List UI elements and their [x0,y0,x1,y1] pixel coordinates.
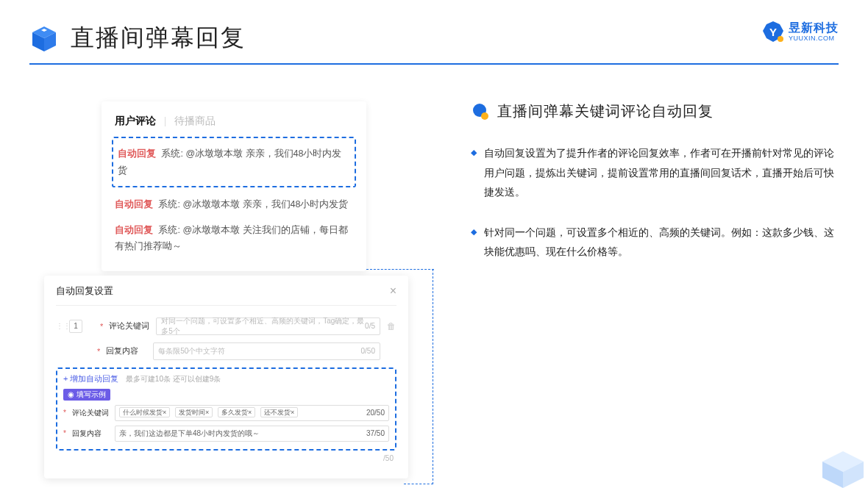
comments-panel: 用户评论 待播商品 自动回复 系统: @冰墩墩本墩 亲亲，我们48小时内发货 自… [102,101,366,271]
brand-name-cn: 昱新科技 [789,22,839,34]
section-head: 直播间弹幕关键词评论自动回复 [471,101,839,121]
svg-text:Y: Y [769,26,777,38]
ex-reply-text: 亲，我们这边都是下单48小时内发货的哦～ [119,428,260,439]
reply-label: 回复内容 [106,345,147,356]
required-icon: * [100,322,103,331]
auto-reply-badge: 自动回复 [118,148,156,159]
ex-reply-label: 回复内容 [72,428,109,439]
example-reply-row: * 回复内容 亲，我们这边都是下单48小时内发货的哦～ 37/50 [63,426,389,442]
reply-row: * 回复内容 每条限50个中文字符 0/50 [56,342,396,360]
trailing-count: /50 [56,451,396,462]
required-icon: * [97,347,100,356]
left-column: 用户评论 待播商品 自动回复 系统: @冰墩墩本墩 亲亲，我们48小时内发货 自… [44,101,419,478]
page-title: 直播间弹幕回复 [71,22,246,54]
svg-point-8 [481,112,488,120]
tab-divider [165,117,166,126]
add-auto-reply-link[interactable]: + 增加自动回复 [63,374,118,383]
example-pill: ◉ 填写示例 [63,389,110,401]
highlighted-comment: 自动回复 系统: @冰墩墩本墩 亲亲，我们48小时内发货 [112,137,356,187]
drag-handle-icon[interactable]: ⋮⋮ [56,322,63,330]
connector-line [404,484,433,484]
tab-pending-products[interactable]: 待播商品 [174,115,216,128]
auto-reply-badge: 自动回复 [115,199,153,209]
cube-icon [29,24,59,53]
keyword-label: 评论关键词 [109,320,150,331]
brand-logo: Y 昱新科技 YUUXIN.COM [762,21,839,43]
add-hint: 最多可建10条 还可以创建9条 [126,375,221,383]
ex-keyword-label: 评论关键词 [72,408,109,418]
auto-reply-badge: 自动回复 [115,225,153,235]
svg-point-6 [778,36,783,42]
section-title: 直播间弹幕关键词评论自动回复 [497,101,714,121]
brand-name-en: YUUXIN.COM [789,35,839,42]
page-header: 直播间弹幕回复 Y 昱新科技 YUUXIN.COM [0,0,868,63]
keyword-placeholder: 对同一个问题，可设置多个相近、高频的关键词，Tag确定，最多5个 [161,316,365,337]
keyword-counter: 0/5 [365,322,375,330]
example-reply-box: 亲，我们这边都是下单48小时内发货的哦～ 37/50 [115,426,389,442]
required-icon: * [63,429,66,437]
connector-line [366,269,434,270]
list-item: 针对同一个问题，可设置多个相近的、高频的关键词。例如：这款多少钱、这块能优惠吗、… [471,223,839,262]
ex-reply-counter: 37/50 [366,429,385,437]
list-item: 自动回复 系统: @冰墩墩本墩 关注我们的店铺，每日都有热门推荐呦～ [115,218,353,259]
tag-chip[interactable]: 还不发货× [260,407,298,417]
auto-reply-settings-panel: 自动回复设置 × ⋮⋮ 1 * 评论关键词 对同一个问题，可设置多个相近、高频的… [44,276,408,478]
connector-line [433,269,433,484]
example-keyword-box: 什么时候发货× 发货时间× 多久发货× 还不发货× 20/50 [115,405,389,421]
list-item: 自动回复 系统: @冰墩墩本墩 亲亲，我们48小时内发货 [115,192,353,218]
chat-bubble-icon [471,102,490,121]
tag-chip[interactable]: 什么时候发货× [119,407,170,417]
reply-input[interactable]: 每条限50个中文字符 0/50 [153,342,380,360]
corner-decoration [818,445,868,488]
keyword-input[interactable]: 对同一个问题，可设置多个相近、高频的关键词，Tag确定，最多5个 0/5 [156,317,380,335]
tab-user-comments[interactable]: 用户评论 [115,115,156,128]
tag-chip[interactable]: 多久发货× [218,407,255,417]
keyword-row: ⋮⋮ 1 * 评论关键词 对同一个问题，可设置多个相近、高频的关键词，Tag确定… [56,317,396,335]
list-item: 自动回复 系统: @冰墩墩本墩 亲亲，我们48小时内发货 [118,141,350,183]
bullet-list: 自动回复设置为了提升作者的评论回复效率，作者可在开播前针对常见的评论用户问题，提… [471,143,839,262]
trash-icon[interactable]: 🗑 [386,321,396,331]
brand-icon: Y [762,21,784,43]
list-item: 自动回复设置为了提升作者的评论回复效率，作者可在开播前针对常见的评论用户问题，提… [471,143,839,202]
ex-keyword-counter: 20/50 [366,409,385,417]
comment-text: 系统: @冰墩墩本墩 亲亲，我们48小时内发货 [158,199,348,209]
close-icon[interactable]: × [390,284,396,298]
row-index: 1 [69,320,82,333]
required-icon: * [63,409,66,417]
tag-chip[interactable]: 发货时间× [175,407,213,417]
right-column: 直播间弹幕关键词评论自动回复 自动回复设置为了提升作者的评论回复效率，作者可在开… [471,101,839,478]
settings-title: 自动回复设置 [56,284,113,298]
reply-counter: 0/50 [361,347,375,355]
example-highlight: + 增加自动回复 最多可建10条 还可以创建9条 ◉ 填写示例 * 评论关键词 … [56,367,396,451]
reply-placeholder: 每条限50个中文字符 [158,346,225,356]
example-keyword-row: * 评论关键词 什么时候发货× 发货时间× 多久发货× 还不发货× 20/50 [63,405,389,421]
